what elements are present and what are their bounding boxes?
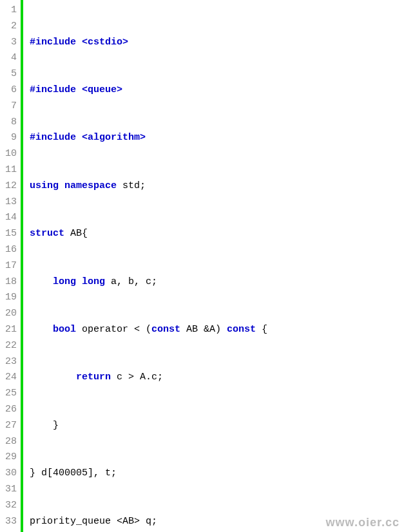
code-line: using namespace std; <box>30 178 291 195</box>
watermark: www.oier.cc <box>326 516 400 529</box>
code-area: #include <cstdio> #include <queue> #incl… <box>23 0 291 532</box>
line-number: 10 <box>3 146 17 162</box>
line-number: 24 <box>3 370 17 386</box>
keyword: bool <box>53 324 76 335</box>
text <box>30 324 53 335</box>
text: } d[400005], t; <box>30 468 117 479</box>
line-number: 31 <box>3 482 17 498</box>
keyword: using <box>30 180 59 191</box>
text <box>76 276 82 287</box>
code-line: #include <algorithm> <box>30 130 291 146</box>
line-number: 3 <box>3 35 17 51</box>
text: c > A.c; <box>111 372 163 383</box>
code-line: } d[400005], t; <box>30 466 291 482</box>
text: std; <box>117 180 146 191</box>
preprocessor: #include <queue> <box>30 84 122 95</box>
keyword: return <box>76 372 111 383</box>
line-number: 4 <box>3 50 17 66</box>
line-number: 27 <box>3 418 17 434</box>
line-number: 33 <box>3 514 17 530</box>
code-line: bool operator < (const AB &A) const { <box>30 322 291 338</box>
line-number: 15 <box>3 226 17 242</box>
line-number: 26 <box>3 402 17 418</box>
code-line: return c > A.c; <box>30 370 291 386</box>
line-number: 11 <box>3 162 17 178</box>
text: AB &A) <box>180 324 227 335</box>
keyword: const <box>227 324 256 335</box>
text <box>59 180 64 191</box>
keyword: namespace <box>64 180 117 191</box>
text: a, b, c; <box>105 276 157 287</box>
keyword: const <box>151 324 180 335</box>
line-number: 19 <box>3 290 17 306</box>
preprocessor: #include <algorithm> <box>30 132 146 143</box>
text: AB{ <box>64 228 88 239</box>
line-number: 1 <box>3 3 17 19</box>
line-number: 29 <box>3 450 17 466</box>
line-number: 5 <box>3 66 17 82</box>
line-number: 22 <box>3 338 17 354</box>
line-number: 16 <box>3 242 17 258</box>
line-number: 17 <box>3 258 17 274</box>
code-line: #include <cstdio> <box>30 35 291 51</box>
line-number: 28 <box>3 434 17 450</box>
line-number: 14 <box>3 210 17 226</box>
line-number: 8 <box>3 115 17 131</box>
line-number: 7 <box>3 99 17 115</box>
text: operator < ( <box>76 324 151 335</box>
text <box>30 372 76 383</box>
code-line: long long a, b, c; <box>30 274 291 290</box>
preprocessor: #include <cstdio> <box>30 37 128 48</box>
line-number: 2 <box>3 19 17 35</box>
line-number: 12 <box>3 178 17 195</box>
line-number: 20 <box>3 306 17 322</box>
line-number: 32 <box>3 498 17 514</box>
keyword: long <box>82 276 105 287</box>
line-number: 18 <box>3 274 17 290</box>
line-number: 25 <box>3 386 17 402</box>
text <box>30 276 53 287</box>
text: { <box>256 324 267 335</box>
text: } <box>30 420 59 431</box>
text: priority_queue <AB> q; <box>30 516 157 527</box>
code-container: 1 2 3 4 5 6 7 8 9 10 11 12 13 14 15 16 1… <box>0 0 406 532</box>
line-number: 30 <box>3 466 17 482</box>
line-number: 13 <box>3 195 17 211</box>
line-number: 9 <box>3 130 17 146</box>
code-line: #include <queue> <box>30 82 291 99</box>
line-number: 23 <box>3 354 17 370</box>
code-line: priority_queue <AB> q; <box>30 514 291 530</box>
keyword: struct <box>30 228 64 239</box>
code-line: struct AB{ <box>30 226 291 242</box>
line-number-gutter: 1 2 3 4 5 6 7 8 9 10 11 12 13 14 15 16 1… <box>0 0 21 532</box>
line-number: 21 <box>3 322 17 338</box>
line-number: 6 <box>3 82 17 99</box>
keyword: long <box>53 276 76 287</box>
code-line: } <box>30 418 291 434</box>
